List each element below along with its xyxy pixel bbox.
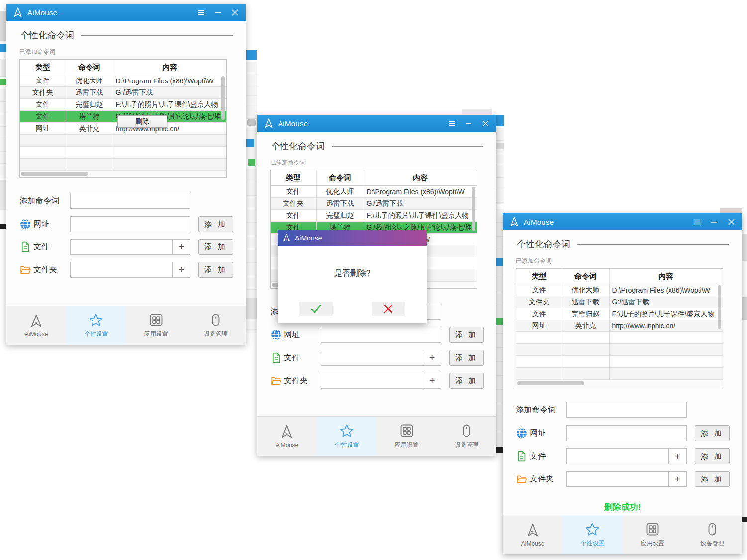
background-window-fragment — [248, 159, 255, 166]
add-url-button[interactable]: 添 加 — [449, 327, 484, 343]
folder-input[interactable] — [321, 373, 423, 389]
confirm-button[interactable] — [299, 302, 333, 316]
browse-file-button[interactable]: + — [423, 350, 441, 366]
table-row[interactable]: 文件优化大师D:\Program Files (x86)\Wopti\W — [20, 75, 226, 87]
table-row[interactable]: 文件完璧归赵F:\儿子的照片\儿子课件\盛京人物 — [516, 308, 723, 320]
vertical-scrollbar[interactable] — [472, 187, 475, 231]
title-bar[interactable]: AiMouse — [6, 4, 246, 21]
background-window-fragment — [495, 115, 504, 126]
table-row[interactable] — [20, 159, 226, 170]
cursor-icon — [29, 314, 44, 328]
mouse-icon — [459, 423, 474, 438]
nav-item-device-management[interactable]: 设备管理 — [186, 306, 246, 345]
minimize-icon[interactable] — [464, 119, 473, 128]
title-bar[interactable]: AiMouse — [257, 115, 496, 132]
menu-icon[interactable] — [693, 217, 702, 227]
vertical-scrollbar[interactable] — [221, 76, 225, 120]
menu-icon[interactable] — [196, 8, 206, 17]
table-row[interactable]: 网址英菲克http://www.inphic.cn/ — [516, 320, 723, 332]
globe-icon — [19, 218, 31, 230]
horizontal-scrollbar[interactable] — [21, 172, 88, 176]
table-row[interactable]: 文件优化大师D:\Program Files (x86)\Wopti\W — [516, 284, 723, 296]
background-window-fragment — [246, 298, 257, 319]
add-file-button[interactable]: 添 加 — [449, 350, 484, 366]
table-row[interactable]: 文件夹迅雷下载G:/迅雷下载 — [271, 198, 477, 210]
browse-file-button[interactable]: + — [172, 239, 190, 255]
add-file-button[interactable]: 添 加 — [695, 448, 730, 464]
delete-context-menu-item[interactable]: 删除 — [117, 115, 167, 128]
add-folder-button[interactable]: 添 加 — [695, 471, 730, 487]
file-input[interactable] — [321, 350, 423, 366]
table-cell: 迅雷下载 — [316, 198, 364, 210]
minimize-icon[interactable] — [213, 8, 223, 17]
add-url-button[interactable]: 添 加 — [695, 425, 730, 441]
nav-item-device-management[interactable]: 设备管理 — [437, 417, 496, 456]
background-window-fragment — [495, 447, 503, 453]
nav-item-device-management[interactable]: 设备管理 — [682, 515, 742, 554]
check-icon — [310, 303, 322, 315]
table-cell: 文件 — [516, 308, 562, 320]
file-icon — [516, 450, 528, 462]
add-command-input[interactable] — [70, 193, 190, 209]
horizontal-scrollbar[interactable] — [517, 381, 584, 385]
url-input[interactable] — [566, 425, 687, 441]
add-url-button[interactable]: 添 加 — [198, 216, 233, 232]
table-row[interactable]: 文件完璧归赵F:\儿子的照片\儿子课件\盛京人物 — [271, 210, 477, 222]
table-row[interactable]: 文件优化大师D:\Program Files (x86)\Wopti\W — [271, 186, 477, 198]
cancel-button[interactable] — [372, 302, 405, 316]
nav-item-app-settings[interactable]: 应用设置 — [377, 417, 437, 456]
add-folder-button[interactable]: 添 加 — [198, 262, 233, 278]
table-cell — [609, 344, 723, 356]
grid-icon — [149, 313, 164, 327]
add-command-input[interactable] — [566, 402, 687, 418]
divider — [332, 146, 483, 147]
nav-item-personal-settings[interactable]: 个性设置 — [562, 515, 622, 554]
add-file-button[interactable]: 添 加 — [198, 239, 233, 255]
column-header-content: 内容 — [364, 170, 477, 186]
nav-item-app-settings[interactable]: 应用设置 — [126, 306, 186, 345]
browse-folder-button[interactable]: + — [172, 262, 190, 278]
nav-item-aimouse[interactable]: AiMouse — [6, 306, 66, 345]
table-row[interactable] — [20, 147, 226, 159]
background-window-fragment — [246, 50, 257, 60]
background-window-fragment — [0, 79, 6, 85]
dialog-title-bar: AiMouse — [278, 230, 427, 246]
table-row[interactable] — [516, 368, 723, 380]
menu-icon[interactable] — [447, 119, 457, 128]
nav-item-app-settings[interactable]: 应用设置 — [623, 515, 682, 554]
table-row[interactable]: 文件完璧归赵F:\儿子的照片\儿子课件\盛京人物 — [20, 99, 226, 111]
cross-icon — [382, 303, 394, 315]
divider — [81, 35, 233, 36]
browse-file-button[interactable]: + — [668, 448, 687, 464]
grid-icon — [645, 522, 660, 537]
table-cell: 完璧归赵 — [316, 210, 364, 222]
table-row[interactable] — [516, 356, 723, 368]
url-input[interactable] — [321, 327, 441, 343]
add-folder-button[interactable]: 添 加 — [449, 373, 484, 389]
folder-input[interactable] — [566, 471, 669, 487]
file-input[interactable] — [566, 448, 669, 464]
close-icon[interactable] — [230, 8, 240, 17]
vertical-scrollbar[interactable] — [718, 285, 721, 329]
nav-item-aimouse[interactable]: AiMouse — [503, 515, 562, 554]
browse-folder-button[interactable]: + — [668, 471, 687, 487]
url-input[interactable] — [70, 216, 190, 232]
nav-item-personal-settings[interactable]: 个性设置 — [317, 417, 376, 456]
folder-input[interactable] — [70, 262, 173, 278]
file-icon — [270, 352, 282, 364]
globe-icon — [516, 427, 528, 439]
background-window-fragment — [246, 62, 257, 119]
nav-item-aimouse[interactable]: AiMouse — [257, 417, 317, 456]
table-row[interactable] — [516, 332, 723, 344]
nav-item-personal-settings[interactable]: 个性设置 — [66, 306, 126, 345]
file-input[interactable] — [70, 239, 173, 255]
title-bar[interactable]: AiMouse — [503, 213, 742, 230]
close-icon[interactable] — [727, 217, 736, 227]
table-row[interactable] — [20, 135, 226, 147]
table-row[interactable]: 文件夹迅雷下载G:/迅雷下载 — [20, 87, 226, 99]
table-row[interactable] — [516, 344, 723, 356]
browse-folder-button[interactable]: + — [423, 373, 441, 389]
minimize-icon[interactable] — [710, 217, 719, 227]
table-row[interactable]: 文件夹迅雷下载G:/迅雷下载 — [516, 296, 723, 308]
close-icon[interactable] — [481, 119, 490, 128]
